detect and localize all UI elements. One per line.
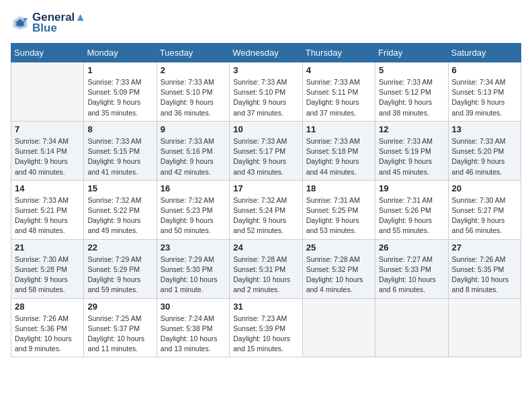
calendar-cell: 9Sunrise: 7:33 AMSunset: 5:16 PMDaylight…: [157, 121, 229, 180]
calendar-cell: [302, 298, 375, 357]
day-info: Sunrise: 7:32 AMSunset: 5:23 PMDaylight:…: [161, 195, 226, 236]
calendar-body: 1Sunrise: 7:33 AMSunset: 5:09 PMDaylight…: [11, 62, 521, 357]
day-number: 15: [87, 183, 152, 193]
day-header-thursday: Thursday: [302, 44, 375, 62]
day-info: Sunrise: 7:33 AMSunset: 5:17 PMDaylight:…: [233, 136, 298, 177]
day-header-sunday: Sunday: [11, 44, 84, 62]
calendar-cell: 23Sunrise: 7:29 AMSunset: 5:30 PMDayligh…: [157, 239, 229, 298]
day-number: 5: [379, 65, 444, 75]
day-number: 23: [161, 242, 226, 253]
calendar-cell: [375, 298, 448, 357]
calendar-week-2: 7Sunrise: 7:34 AMSunset: 5:14 PMDaylight…: [11, 121, 521, 180]
calendar-week-5: 28Sunrise: 7:26 AMSunset: 5:36 PMDayligh…: [11, 298, 521, 357]
calendar-cell: 4Sunrise: 7:33 AMSunset: 5:11 PMDaylight…: [302, 62, 375, 122]
logo-text: General▲ Blue: [32, 11, 86, 35]
day-info: Sunrise: 7:33 AMSunset: 5:19 PMDaylight:…: [379, 136, 444, 177]
day-header-wednesday: Wednesday: [230, 44, 302, 62]
day-info: Sunrise: 7:25 AMSunset: 5:37 PMDaylight:…: [87, 314, 152, 355]
logo: General▲ Blue: [11, 11, 86, 35]
logo-icon: [11, 13, 30, 32]
day-number: 2: [161, 65, 226, 75]
calendar-cell: 1Sunrise: 7:33 AMSunset: 5:09 PMDaylight…: [84, 62, 157, 122]
calendar-cell: 29Sunrise: 7:25 AMSunset: 5:37 PMDayligh…: [84, 298, 157, 357]
calendar-cell: 27Sunrise: 7:26 AMSunset: 5:35 PMDayligh…: [448, 239, 521, 298]
calendar-week-3: 14Sunrise: 7:33 AMSunset: 5:21 PMDayligh…: [11, 180, 521, 239]
day-number: 13: [452, 124, 517, 134]
calendar-cell: 19Sunrise: 7:31 AMSunset: 5:26 PMDayligh…: [375, 180, 448, 239]
calendar-cell: 26Sunrise: 7:27 AMSunset: 5:33 PMDayligh…: [375, 239, 448, 298]
calendar-cell: 7Sunrise: 7:34 AMSunset: 5:14 PMDaylight…: [11, 121, 84, 180]
day-number: 10: [233, 124, 298, 134]
page-header: General▲ Blue: [11, 11, 521, 35]
day-number: 1: [87, 65, 152, 75]
calendar-cell: 28Sunrise: 7:26 AMSunset: 5:36 PMDayligh…: [11, 298, 84, 357]
day-info: Sunrise: 7:30 AMSunset: 5:28 PMDaylight:…: [15, 255, 80, 295]
day-info: Sunrise: 7:29 AMSunset: 5:29 PMDaylight:…: [87, 255, 152, 295]
day-info: Sunrise: 7:30 AMSunset: 5:27 PMDaylight:…: [452, 195, 517, 236]
day-info: Sunrise: 7:23 AMSunset: 5:39 PMDaylight:…: [233, 314, 298, 355]
calendar-cell: 25Sunrise: 7:28 AMSunset: 5:32 PMDayligh…: [302, 239, 375, 298]
day-info: Sunrise: 7:33 AMSunset: 5:20 PMDaylight:…: [452, 136, 517, 177]
calendar-table: SundayMondayTuesdayWednesdayThursdayFrid…: [11, 43, 521, 357]
day-number: 7: [15, 124, 80, 134]
day-info: Sunrise: 7:31 AMSunset: 5:25 PMDaylight:…: [306, 195, 371, 236]
calendar-cell: 6Sunrise: 7:34 AMSunset: 5:13 PMDaylight…: [448, 62, 521, 122]
day-info: Sunrise: 7:33 AMSunset: 5:18 PMDaylight:…: [306, 136, 371, 177]
day-number: 19: [379, 183, 444, 193]
day-number: 29: [87, 302, 152, 312]
calendar-cell: 14Sunrise: 7:33 AMSunset: 5:21 PMDayligh…: [11, 180, 84, 239]
day-info: Sunrise: 7:33 AMSunset: 5:12 PMDaylight:…: [379, 77, 444, 118]
calendar-cell: 24Sunrise: 7:28 AMSunset: 5:31 PMDayligh…: [230, 239, 302, 298]
day-number: 11: [306, 124, 371, 134]
calendar-week-1: 1Sunrise: 7:33 AMSunset: 5:09 PMDaylight…: [11, 62, 521, 122]
calendar-week-4: 21Sunrise: 7:30 AMSunset: 5:28 PMDayligh…: [11, 239, 521, 298]
calendar-cell: 11Sunrise: 7:33 AMSunset: 5:18 PMDayligh…: [302, 121, 375, 180]
day-info: Sunrise: 7:26 AMSunset: 5:35 PMDaylight:…: [452, 255, 517, 295]
calendar-cell: 10Sunrise: 7:33 AMSunset: 5:17 PMDayligh…: [230, 121, 302, 180]
calendar-cell: 16Sunrise: 7:32 AMSunset: 5:23 PMDayligh…: [157, 180, 229, 239]
calendar-cell: [448, 298, 521, 357]
calendar-cell: 30Sunrise: 7:24 AMSunset: 5:38 PMDayligh…: [157, 298, 229, 357]
day-number: 6: [452, 65, 517, 75]
day-number: 16: [161, 183, 226, 193]
calendar-cell: 17Sunrise: 7:32 AMSunset: 5:24 PMDayligh…: [230, 180, 302, 239]
day-number: 28: [15, 302, 80, 312]
calendar-cell: 12Sunrise: 7:33 AMSunset: 5:19 PMDayligh…: [375, 121, 448, 180]
calendar-cell: 31Sunrise: 7:23 AMSunset: 5:39 PMDayligh…: [230, 298, 302, 357]
calendar-cell: [11, 62, 84, 122]
day-number: 26: [379, 242, 444, 253]
day-header-friday: Friday: [375, 44, 448, 62]
day-number: 18: [306, 183, 371, 193]
calendar-cell: 20Sunrise: 7:30 AMSunset: 5:27 PMDayligh…: [448, 180, 521, 239]
day-number: 24: [233, 242, 298, 253]
day-info: Sunrise: 7:28 AMSunset: 5:32 PMDaylight:…: [306, 255, 371, 295]
day-info: Sunrise: 7:33 AMSunset: 5:10 PMDaylight:…: [233, 77, 298, 118]
calendar-cell: 2Sunrise: 7:33 AMSunset: 5:10 PMDaylight…: [157, 62, 229, 122]
day-number: 8: [87, 124, 152, 134]
calendar-cell: 13Sunrise: 7:33 AMSunset: 5:20 PMDayligh…: [448, 121, 521, 180]
day-number: 4: [306, 65, 371, 75]
calendar-cell: 15Sunrise: 7:32 AMSunset: 5:22 PMDayligh…: [84, 180, 157, 239]
calendar-cell: 18Sunrise: 7:31 AMSunset: 5:25 PMDayligh…: [302, 180, 375, 239]
day-number: 14: [15, 183, 80, 193]
day-info: Sunrise: 7:27 AMSunset: 5:33 PMDaylight:…: [379, 255, 444, 295]
day-number: 30: [161, 302, 226, 312]
day-number: 25: [306, 242, 371, 253]
day-number: 22: [87, 242, 152, 253]
calendar-cell: 21Sunrise: 7:30 AMSunset: 5:28 PMDayligh…: [11, 239, 84, 298]
header-row: SundayMondayTuesdayWednesdayThursdayFrid…: [11, 44, 521, 62]
day-info: Sunrise: 7:32 AMSunset: 5:22 PMDaylight:…: [87, 195, 152, 236]
day-number: 27: [452, 242, 517, 253]
calendar-header: SundayMondayTuesdayWednesdayThursdayFrid…: [11, 44, 521, 62]
day-info: Sunrise: 7:33 AMSunset: 5:11 PMDaylight:…: [306, 77, 371, 118]
day-number: 9: [161, 124, 226, 134]
day-number: 3: [233, 65, 298, 75]
day-info: Sunrise: 7:33 AMSunset: 5:09 PMDaylight:…: [87, 77, 152, 118]
day-info: Sunrise: 7:34 AMSunset: 5:14 PMDaylight:…: [15, 136, 80, 177]
day-info: Sunrise: 7:33 AMSunset: 5:10 PMDaylight:…: [161, 77, 226, 118]
day-info: Sunrise: 7:33 AMSunset: 5:15 PMDaylight:…: [87, 136, 152, 177]
day-number: 21: [15, 242, 80, 253]
calendar-cell: 22Sunrise: 7:29 AMSunset: 5:29 PMDayligh…: [84, 239, 157, 298]
day-info: Sunrise: 7:34 AMSunset: 5:13 PMDaylight:…: [452, 77, 517, 118]
day-info: Sunrise: 7:24 AMSunset: 5:38 PMDaylight:…: [161, 314, 226, 355]
